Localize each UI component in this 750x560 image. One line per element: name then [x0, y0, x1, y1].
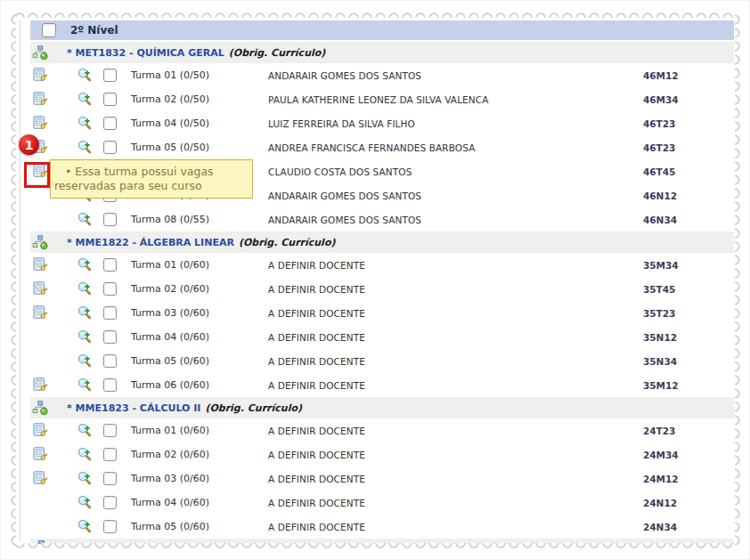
class-row: Turma 02 (0/50) PAULA KATHERINE LEONEZ D…	[30, 87, 734, 111]
schedule-code: 35T23	[643, 308, 734, 319]
class-checkbox[interactable]	[103, 306, 117, 320]
screenshot-canvas: 2º Nível * MET1832 - QUÍMICA GERAL (Obri…	[0, 0, 750, 560]
select-all-checkbox[interactable]	[42, 23, 56, 37]
class-details-icon[interactable]	[32, 257, 48, 273]
class-label: Turma 05 (0/50)	[131, 142, 268, 153]
view-class-icon[interactable]	[77, 68, 93, 84]
table-left-border	[20, 20, 20, 540]
schedule-code: 24T23	[643, 426, 734, 436]
class-checkbox[interactable]	[103, 330, 117, 344]
class-checkbox[interactable]	[103, 378, 117, 392]
teacher-name: A DEFINIR DOCENTE	[268, 426, 643, 436]
class-details-icon[interactable]	[32, 281, 48, 297]
course-header-row: * MME1822 - ÁLGEBRA LINEAR (Obrig. Currí…	[30, 231, 734, 253]
class-checkbox[interactable]	[103, 496, 117, 509]
class-details-icon[interactable]	[32, 447, 48, 463]
course-header-row: * MET1832 - QUÍMICA GERAL (Obrig. Curríc…	[30, 42, 734, 63]
class-row: Turma 05 (0/60) A DEFINIR DOCENTE 24N34	[30, 515, 734, 539]
teacher-name: ANDARAIR GOMES DOS SANTOS	[268, 70, 643, 81]
class-row: Turma 01 (0/60) A DEFINIR DOCENTE 24T23	[30, 418, 734, 442]
teacher-name: PAULA KATHERINE LEONEZ DA SILVA VALENCA	[268, 94, 643, 105]
class-checkbox[interactable]	[103, 213, 117, 226]
class-details-icon[interactable]	[32, 305, 48, 321]
teacher-name: CLAUDIO COSTA DOS SANTOS	[268, 166, 643, 177]
course-section: * MME1823 - CÁLCULO II (Obrig. Currículo…	[30, 397, 734, 539]
class-checkbox[interactable]	[103, 448, 117, 461]
schedule-code: 46N12	[643, 191, 734, 201]
course-header-row: * MME1823 - CÁLCULO II (Obrig. Currículo…	[30, 397, 734, 418]
schedule-code: 35M34	[643, 260, 734, 271]
courses-container: * MET1832 - QUÍMICA GERAL (Obrig. Curríc…	[30, 42, 734, 539]
class-label: Turma 04 (0/60)	[131, 331, 268, 343]
class-checkbox[interactable]	[103, 472, 117, 485]
class-details-icon[interactable]	[32, 471, 48, 487]
schedule-code: 35N12	[643, 332, 734, 343]
view-class-icon[interactable]	[77, 212, 93, 228]
view-class-icon[interactable]	[77, 140, 93, 156]
course-type-label: (Obrig. Currículo)	[205, 402, 302, 414]
view-class-icon[interactable]	[77, 495, 93, 511]
course-type-label: (Obrig. Currículo)	[229, 47, 326, 59]
view-class-icon[interactable]	[77, 519, 93, 535]
org-chart-icon	[38, 540, 45, 544]
class-checkbox[interactable]	[103, 424, 117, 437]
view-class-icon[interactable]	[77, 116, 93, 132]
view-class-icon[interactable]	[77, 305, 93, 321]
class-details-icon[interactable]	[32, 68, 48, 84]
class-checkbox[interactable]	[103, 354, 117, 368]
class-row: Turma 05 (0/60) A DEFINIR DOCENTE 35N34	[30, 349, 734, 373]
class-checkbox[interactable]	[103, 141, 117, 154]
stamp-edge-right	[735, 13, 745, 547]
course-rows: Turma 01 (0/60) A DEFINIR DOCENTE 24T23	[30, 418, 734, 539]
class-details-icon[interactable]	[32, 423, 48, 439]
view-class-icon[interactable]	[77, 92, 93, 108]
class-details-icon[interactable]	[32, 116, 48, 132]
class-label: Turma 05 (0/60)	[131, 521, 268, 532]
class-label: Turma 04 (0/50)	[131, 118, 268, 129]
class-row: Turma 08 (0/55) ANDARAIR GOMES DOS SANTO…	[30, 207, 734, 231]
teacher-name: A DEFINIR DOCENTE	[268, 260, 643, 271]
class-row: Turma 06 (0/60) A DEFINIR DOCENTE 35M12	[30, 373, 734, 397]
view-class-icon[interactable]	[77, 281, 93, 297]
course-rows: Turma 01 (0/50) ANDARAIR GOMES DOS SANTO…	[30, 63, 734, 231]
highlight-rectangle	[24, 162, 50, 188]
org-chart-icon	[32, 234, 48, 250]
class-details-icon[interactable]	[32, 92, 48, 108]
view-class-icon[interactable]	[77, 257, 93, 273]
view-class-icon[interactable]	[77, 377, 93, 394]
class-checkbox[interactable]	[103, 117, 117, 130]
view-class-icon[interactable]	[77, 423, 93, 439]
view-class-icon[interactable]	[77, 447, 93, 463]
view-class-icon[interactable]	[77, 353, 93, 369]
teacher-name: A DEFINIR DOCENTE	[268, 498, 643, 508]
level-title: 2º Nível	[70, 24, 118, 37]
class-checkbox[interactable]	[103, 69, 117, 82]
class-details-icon[interactable]	[32, 377, 48, 394]
class-checkbox[interactable]	[103, 282, 117, 296]
stamp-edge-top	[13, 8, 737, 18]
view-class-icon[interactable]	[77, 471, 93, 487]
course-section: * MET1832 - QUÍMICA GERAL (Obrig. Curríc…	[30, 42, 734, 231]
level-header-row: 2º Nível	[30, 20, 734, 42]
schedule-code: 24N12	[643, 498, 734, 508]
class-label: Turma 06 (0/60)	[131, 379, 268, 391]
stamp-edge-bottom	[13, 543, 737, 553]
teacher-name: ANDARAIR GOMES DOS SANTOS	[268, 215, 643, 225]
course-title: * MET1832 - QUÍMICA GERAL	[67, 47, 224, 59]
class-label: Turma 04 (0/60)	[131, 497, 268, 508]
teacher-name: A DEFINIR DOCENTE	[268, 308, 643, 319]
teacher-name: A DEFINIR DOCENTE	[268, 356, 643, 367]
course-type-label: (Obrig. Currículo)	[239, 237, 336, 248]
teacher-name: A DEFINIR DOCENTE	[268, 450, 643, 460]
class-row: Turma 02 (0/60) A DEFINIR DOCENTE 35T45	[30, 277, 734, 301]
schedule-code: 46M34	[643, 94, 734, 105]
teacher-name: ANDARAIR GOMES DOS SANTOS	[268, 191, 643, 201]
class-checkbox[interactable]	[103, 258, 117, 272]
class-checkbox[interactable]	[103, 93, 117, 106]
next-section-cropped-band	[30, 539, 734, 544]
view-class-icon[interactable]	[77, 329, 93, 345]
schedule-code: 46T23	[643, 142, 734, 153]
class-row: Turma 04 (0/60) A DEFINIR DOCENTE 24N12	[30, 491, 734, 515]
class-row: Turma 04 (0/50) LUIZ FERREIRA DA SILVA F…	[30, 111, 734, 135]
class-checkbox[interactable]	[103, 520, 117, 533]
